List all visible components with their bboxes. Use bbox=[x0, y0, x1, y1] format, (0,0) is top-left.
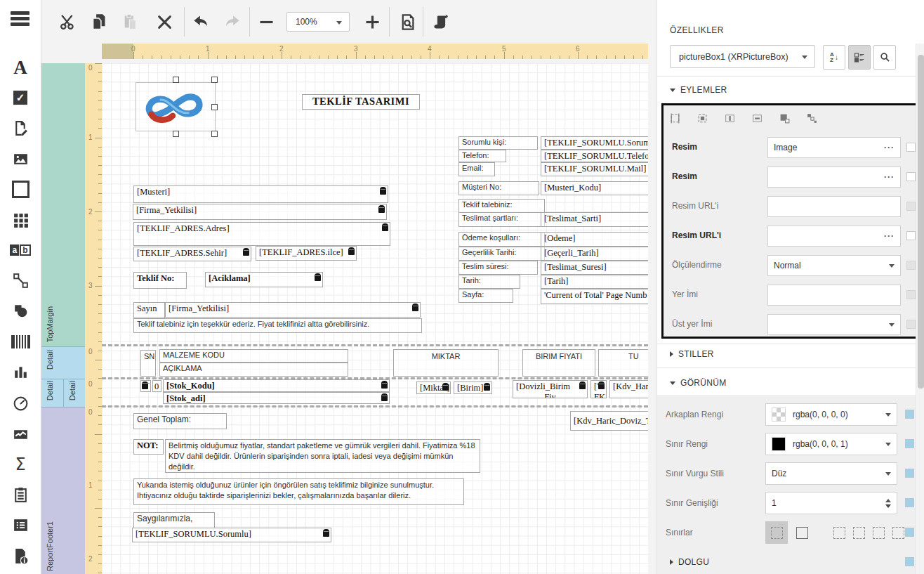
field-sorumlu[interactable]: [TEKLIF_SORUMLU.Sorum bbox=[541, 136, 648, 150]
property-checkbox[interactable] bbox=[905, 528, 914, 537]
section-dolgu[interactable]: DOLGU bbox=[670, 557, 709, 567]
field-page-number[interactable]: 'Current of Total' Page Numb bbox=[541, 289, 648, 304]
header-birim-fiyati[interactable]: BIRIM FIYATI bbox=[522, 349, 595, 377]
label-odeme-kosullari[interactable]: Ödeme koşulları: bbox=[458, 232, 545, 247]
field-firma-yetkilisi[interactable]: [Firma_Yetkilisi] bbox=[133, 204, 387, 220]
field-sehir[interactable]: [TEKLIF_ADRES.Sehir] bbox=[133, 247, 251, 261]
ellipsis-button[interactable]: ··· bbox=[884, 172, 895, 182]
delete-button[interactable] bbox=[150, 8, 178, 36]
header-sn[interactable]: SN bbox=[140, 350, 156, 377]
field-musteri-kodu[interactable]: [Musteri_Kodu] bbox=[541, 181, 648, 195]
label-telefon[interactable]: Telefon: bbox=[458, 150, 506, 162]
toolbox-line-tool[interactable] bbox=[0, 268, 41, 293]
header-tutar[interactable]: TU bbox=[598, 349, 648, 377]
zoom-level-select[interactable]: 100% bbox=[286, 12, 350, 32]
resize-handle[interactable] bbox=[211, 131, 218, 137]
field-sorumlu-footer[interactable]: [TEKLIF_SORUMLU.Sorumlu] bbox=[132, 528, 331, 542]
header-malzeme-kodu[interactable]: MALZEME KODU bbox=[159, 349, 348, 363]
resim-url-input[interactable] bbox=[767, 196, 901, 217]
toolbox-toc-tool[interactable] bbox=[0, 512, 41, 537]
toolbox-pageinfo-tool[interactable] bbox=[0, 543, 41, 568]
olculendirme-select[interactable]: Normal bbox=[767, 255, 901, 276]
design-canvas[interactable]: TEKLİF TASARIMI [Musteri] [Firma_Yetkili… bbox=[102, 63, 648, 574]
field-tarih[interactable]: [Tarih] bbox=[541, 275, 648, 289]
object-selector[interactable]: pictureBox1 (XRPictureBox) bbox=[670, 45, 815, 68]
property-checkbox[interactable] bbox=[905, 498, 914, 507]
zoom-in-button[interactable] bbox=[358, 8, 386, 36]
borders-none-button[interactable] bbox=[765, 521, 788, 544]
menu-icon[interactable] bbox=[11, 11, 29, 26]
band-reportfooter[interactable]: ReportFooter1 bbox=[41, 407, 85, 574]
borders-all-button[interactable] bbox=[791, 521, 813, 544]
field-teslimat-suresi[interactable]: [Teslimat_Suresi] bbox=[541, 261, 648, 275]
zoom-out-button[interactable] bbox=[252, 8, 280, 36]
field-kdv-haric[interactable]: [Kdv_Haric_T bbox=[609, 380, 648, 398]
sinir-genisligi-spinner[interactable]: 1 bbox=[765, 492, 897, 514]
detail-icon-cell[interactable] bbox=[140, 380, 151, 392]
header-aciklama[interactable]: AÇIKLAMA bbox=[159, 363, 348, 377]
label-tarih[interactable]: Tarih: bbox=[458, 275, 520, 289]
resize-handle[interactable] bbox=[211, 104, 218, 110]
section-stiller[interactable]: STILLER bbox=[670, 349, 714, 359]
toolbox-shape-tool[interactable] bbox=[0, 298, 41, 323]
section-gorunum[interactable]: GÖRÜNÜM bbox=[670, 378, 726, 388]
resim-input-2[interactable]: ··· bbox=[767, 167, 901, 188]
field-dovizli-birim-fiyat[interactable]: [Dovizli_BirimFiy bbox=[513, 380, 588, 398]
report-title-label[interactable]: TEKLİF TASARIMI bbox=[302, 94, 420, 110]
sinir-rengi-select[interactable]: rgba(0, 0, 0, 1) bbox=[765, 433, 897, 455]
fit-to-container-icon[interactable] bbox=[669, 112, 681, 124]
band-detail-nested[interactable]: Detail Detail bbox=[41, 379, 85, 407]
header-miktar[interactable]: MIKTAR bbox=[393, 349, 499, 377]
toolbox-chart-tool[interactable] bbox=[0, 359, 41, 384]
scripts-button[interactable] bbox=[427, 8, 455, 36]
toolbox-panel-tool[interactable] bbox=[0, 176, 41, 202]
center-horizontally-icon[interactable] bbox=[724, 112, 736, 124]
arkaplan-rengi-select[interactable]: rgba(0, 0, 0, 0) bbox=[765, 403, 897, 426]
send-to-back-icon[interactable] bbox=[806, 112, 818, 124]
property-checkbox[interactable] bbox=[906, 202, 916, 211]
label-teklif-talebiniz[interactable]: Teklif talebiniz: bbox=[458, 199, 545, 213]
label-not[interactable]: NOT: bbox=[133, 439, 164, 455]
property-checkbox[interactable] bbox=[905, 439, 914, 448]
center-vertically-icon[interactable] bbox=[751, 112, 763, 124]
spinner-up-icon[interactable] bbox=[885, 499, 891, 502]
field-birim[interactable]: [Birim] bbox=[454, 381, 492, 394]
field-adres[interactable]: [TEKLIF_ADRES.Adres] bbox=[133, 222, 390, 246]
toolbox-barcode-tool[interactable] bbox=[0, 329, 41, 354]
toolbox-checkbox-tool[interactable] bbox=[0, 85, 41, 110]
field-t[interactable]: [TFK bbox=[590, 380, 607, 398]
label-musteri-no[interactable]: Müşteri No: bbox=[458, 181, 539, 195]
field-mail[interactable]: [TEKLIF_SORUMLU.Mail] bbox=[541, 162, 648, 176]
band-separator[interactable] bbox=[102, 405, 648, 407]
toolbox-label-tool[interactable]: A bbox=[0, 55, 41, 80]
field-firma-yetkilisi-2[interactable]: [Firma_Yetkilisi] bbox=[165, 302, 421, 318]
search-properties-button[interactable] bbox=[873, 45, 896, 70]
categorized-view-button[interactable] bbox=[848, 45, 871, 70]
label-teslimat-sartlari[interactable]: Teslimat şartları: bbox=[458, 212, 545, 227]
field-musteri[interactable]: [Musteri] bbox=[133, 185, 388, 203]
field-aciklama[interactable]: [Aciklama] bbox=[205, 272, 323, 287]
redo-button[interactable] bbox=[218, 8, 246, 36]
label-saygilar[interactable]: Saygılarımızla, bbox=[133, 512, 215, 528]
yer-imi-input[interactable] bbox=[767, 285, 901, 306]
field-telefon[interactable]: [TEKLIF_SORUMLU.Telefo bbox=[541, 150, 648, 162]
detail-index-cell[interactable]: 0 bbox=[152, 380, 161, 392]
label-sayfa[interactable]: Sayfa: bbox=[458, 289, 513, 303]
field-ilce[interactable]: [TEKLIF_ADRES.ilce] bbox=[256, 246, 357, 261]
toolbox-character-comb-tool[interactable]: ab bbox=[0, 237, 41, 263]
toolbox-table-tool[interactable] bbox=[0, 207, 41, 233]
property-checkbox[interactable] bbox=[906, 261, 916, 270]
toolbox-summary-tool[interactable]: Σ bbox=[0, 452, 41, 477]
label-sorumlu-kisi[interactable]: Sorumlu kişi: bbox=[458, 136, 538, 150]
resize-handle[interactable] bbox=[173, 131, 179, 137]
field-stok-adi[interactable]: [Stok_adi] bbox=[163, 392, 390, 404]
label-closing-text[interactable]: Yukarıda istemiş olduğunuz ürünler için … bbox=[133, 478, 464, 505]
property-checkbox[interactable] bbox=[905, 410, 914, 419]
field-miktar[interactable]: [Miktar] bbox=[416, 381, 451, 394]
sinir-vurgu-stili-select[interactable]: Düz bbox=[765, 462, 897, 485]
label-teslim-suresi[interactable]: Teslim süresi: bbox=[458, 261, 538, 275]
field-gecerli-tarih[interactable]: [Geçerli_Tarih] bbox=[541, 247, 648, 261]
label-email[interactable]: Email: bbox=[458, 162, 495, 176]
field-kdv-haric-doviz-toplam[interactable]: [Kdv_Haric_Doviz_T bbox=[570, 411, 648, 431]
label-genel-toplam[interactable]: Genel Toplam: bbox=[133, 413, 227, 429]
